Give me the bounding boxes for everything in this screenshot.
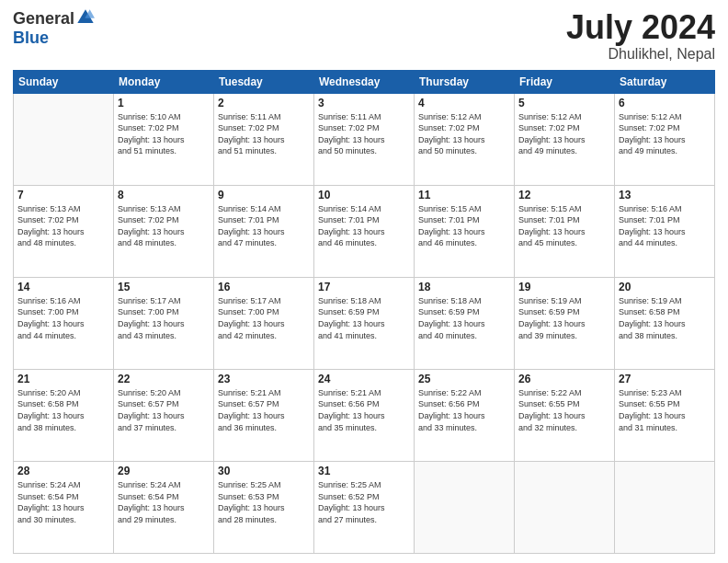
calendar-cell: 29Sunrise: 5:24 AM Sunset: 6:54 PM Dayli… (114, 461, 214, 553)
calendar-cell: 30Sunrise: 5:25 AM Sunset: 6:53 PM Dayli… (214, 461, 314, 553)
day-number: 30 (218, 465, 310, 477)
day-number: 13 (619, 189, 711, 201)
calendar-cell: 11Sunrise: 5:15 AM Sunset: 7:01 PM Dayli… (415, 185, 515, 277)
day-info: Sunrise: 5:18 AM Sunset: 6:59 PM Dayligh… (318, 295, 410, 341)
calendar-cell: 22Sunrise: 5:20 AM Sunset: 6:57 PM Dayli… (114, 369, 214, 461)
day-number: 12 (518, 189, 610, 201)
day-number: 22 (118, 373, 210, 385)
day-number: 2 (218, 97, 310, 109)
day-info: Sunrise: 5:17 AM Sunset: 7:00 PM Dayligh… (118, 295, 210, 341)
day-info: Sunrise: 5:14 AM Sunset: 7:01 PM Dayligh… (318, 203, 410, 249)
day-number: 25 (418, 373, 510, 385)
day-number: 1 (118, 97, 210, 109)
day-number: 3 (318, 97, 410, 109)
calendar-cell: 25Sunrise: 5:22 AM Sunset: 6:56 PM Dayli… (415, 369, 515, 461)
page-container: General Blue July 2024 Dhulikhel, Nepal … (0, 0, 728, 563)
calendar-cell: 2Sunrise: 5:11 AM Sunset: 7:02 PM Daylig… (214, 93, 314, 185)
calendar-cell (515, 461, 615, 553)
day-info: Sunrise: 5:20 AM Sunset: 6:58 PM Dayligh… (17, 387, 109, 433)
calendar-cell: 23Sunrise: 5:21 AM Sunset: 6:57 PM Dayli… (214, 369, 314, 461)
day-info: Sunrise: 5:15 AM Sunset: 7:01 PM Dayligh… (418, 203, 510, 249)
day-number: 27 (619, 373, 711, 385)
day-info: Sunrise: 5:18 AM Sunset: 6:59 PM Dayligh… (418, 295, 510, 341)
calendar-cell: 18Sunrise: 5:18 AM Sunset: 6:59 PM Dayli… (415, 277, 515, 369)
day-info: Sunrise: 5:19 AM Sunset: 6:59 PM Dayligh… (518, 295, 610, 341)
day-info: Sunrise: 5:13 AM Sunset: 7:02 PM Dayligh… (17, 203, 109, 249)
calendar-cell: 24Sunrise: 5:21 AM Sunset: 6:56 PM Dayli… (314, 369, 415, 461)
calendar-week-2: 7Sunrise: 5:13 AM Sunset: 7:02 PM Daylig… (14, 185, 715, 277)
calendar-week-1: 1Sunrise: 5:10 AM Sunset: 7:02 PM Daylig… (14, 93, 715, 185)
calendar-header-saturday: Saturday (615, 70, 715, 93)
day-number: 8 (118, 189, 210, 201)
logo: General Blue (13, 9, 95, 48)
calendar-cell: 31Sunrise: 5:25 AM Sunset: 6:52 PM Dayli… (314, 461, 415, 553)
calendar-cell: 10Sunrise: 5:14 AM Sunset: 7:01 PM Dayli… (314, 185, 415, 277)
calendar-cell: 27Sunrise: 5:23 AM Sunset: 6:55 PM Dayli… (615, 369, 715, 461)
day-info: Sunrise: 5:15 AM Sunset: 7:01 PM Dayligh… (518, 203, 610, 249)
logo-blue-text: Blue (13, 29, 49, 48)
calendar-cell (615, 461, 715, 553)
day-number: 10 (318, 189, 410, 201)
day-info: Sunrise: 5:24 AM Sunset: 6:54 PM Dayligh… (118, 479, 210, 525)
day-number: 18 (418, 281, 510, 293)
day-number: 19 (518, 281, 610, 293)
calendar-header-row: SundayMondayTuesdayWednesdayThursdayFrid… (14, 70, 715, 93)
day-number: 29 (118, 465, 210, 477)
day-number: 26 (518, 373, 610, 385)
day-number: 24 (318, 373, 410, 385)
calendar-header-wednesday: Wednesday (314, 70, 415, 93)
day-info: Sunrise: 5:11 AM Sunset: 7:02 PM Dayligh… (318, 111, 410, 157)
day-number: 6 (619, 97, 711, 109)
day-info: Sunrise: 5:21 AM Sunset: 6:57 PM Dayligh… (218, 387, 310, 433)
day-info: Sunrise: 5:25 AM Sunset: 6:53 PM Dayligh… (218, 479, 310, 525)
calendar-cell: 20Sunrise: 5:19 AM Sunset: 6:58 PM Dayli… (615, 277, 715, 369)
day-info: Sunrise: 5:12 AM Sunset: 7:02 PM Dayligh… (518, 111, 610, 157)
day-number: 5 (518, 97, 610, 109)
day-info: Sunrise: 5:14 AM Sunset: 7:01 PM Dayligh… (218, 203, 310, 249)
day-number: 4 (418, 97, 510, 109)
day-number: 28 (17, 465, 109, 477)
calendar-cell (14, 93, 114, 185)
day-info: Sunrise: 5:25 AM Sunset: 6:52 PM Dayligh… (318, 479, 410, 525)
calendar-week-3: 14Sunrise: 5:16 AM Sunset: 7:00 PM Dayli… (14, 277, 715, 369)
day-number: 17 (318, 281, 410, 293)
calendar-cell: 19Sunrise: 5:19 AM Sunset: 6:59 PM Dayli… (515, 277, 615, 369)
calendar-cell: 9Sunrise: 5:14 AM Sunset: 7:01 PM Daylig… (214, 185, 314, 277)
calendar-cell (415, 461, 515, 553)
day-info: Sunrise: 5:12 AM Sunset: 7:02 PM Dayligh… (418, 111, 510, 157)
calendar-week-5: 28Sunrise: 5:24 AM Sunset: 6:54 PM Dayli… (14, 461, 715, 553)
calendar-header-thursday: Thursday (415, 70, 515, 93)
calendar-cell: 1Sunrise: 5:10 AM Sunset: 7:02 PM Daylig… (114, 93, 214, 185)
logo-general-text: General (13, 9, 74, 29)
day-number: 31 (318, 465, 410, 477)
day-info: Sunrise: 5:16 AM Sunset: 7:01 PM Dayligh… (619, 203, 711, 249)
calendar-cell: 13Sunrise: 5:16 AM Sunset: 7:01 PM Dayli… (615, 185, 715, 277)
day-number: 7 (17, 189, 109, 201)
day-number: 11 (418, 189, 510, 201)
location-subtitle: Dhulikhel, Nepal (566, 46, 715, 63)
calendar-cell: 12Sunrise: 5:15 AM Sunset: 7:01 PM Dayli… (515, 185, 615, 277)
day-number: 9 (218, 189, 310, 201)
calendar-cell: 7Sunrise: 5:13 AM Sunset: 7:02 PM Daylig… (14, 185, 114, 277)
calendar-header-tuesday: Tuesday (214, 70, 314, 93)
calendar-cell: 26Sunrise: 5:22 AM Sunset: 6:55 PM Dayli… (515, 369, 615, 461)
calendar-cell: 3Sunrise: 5:11 AM Sunset: 7:02 PM Daylig… (314, 93, 415, 185)
day-info: Sunrise: 5:19 AM Sunset: 6:58 PM Dayligh… (619, 295, 711, 341)
day-info: Sunrise: 5:24 AM Sunset: 6:54 PM Dayligh… (17, 479, 109, 525)
calendar-cell: 28Sunrise: 5:24 AM Sunset: 6:54 PM Dayli… (14, 461, 114, 553)
logo-icon (76, 8, 95, 27)
day-number: 20 (619, 281, 711, 293)
day-info: Sunrise: 5:10 AM Sunset: 7:02 PM Dayligh… (118, 111, 210, 157)
calendar-week-4: 21Sunrise: 5:20 AM Sunset: 6:58 PM Dayli… (14, 369, 715, 461)
day-number: 14 (17, 281, 109, 293)
title-block: July 2024 Dhulikhel, Nepal (566, 9, 715, 63)
day-info: Sunrise: 5:20 AM Sunset: 6:57 PM Dayligh… (118, 387, 210, 433)
day-info: Sunrise: 5:17 AM Sunset: 7:00 PM Dayligh… (218, 295, 310, 341)
calendar-cell: 15Sunrise: 5:17 AM Sunset: 7:00 PM Dayli… (114, 277, 214, 369)
calendar-cell: 14Sunrise: 5:16 AM Sunset: 7:00 PM Dayli… (14, 277, 114, 369)
day-info: Sunrise: 5:11 AM Sunset: 7:02 PM Dayligh… (218, 111, 310, 157)
calendar-cell: 21Sunrise: 5:20 AM Sunset: 6:58 PM Dayli… (14, 369, 114, 461)
calendar-cell: 6Sunrise: 5:12 AM Sunset: 7:02 PM Daylig… (615, 93, 715, 185)
month-title: July 2024 (566, 9, 715, 46)
day-info: Sunrise: 5:21 AM Sunset: 6:56 PM Dayligh… (318, 387, 410, 433)
